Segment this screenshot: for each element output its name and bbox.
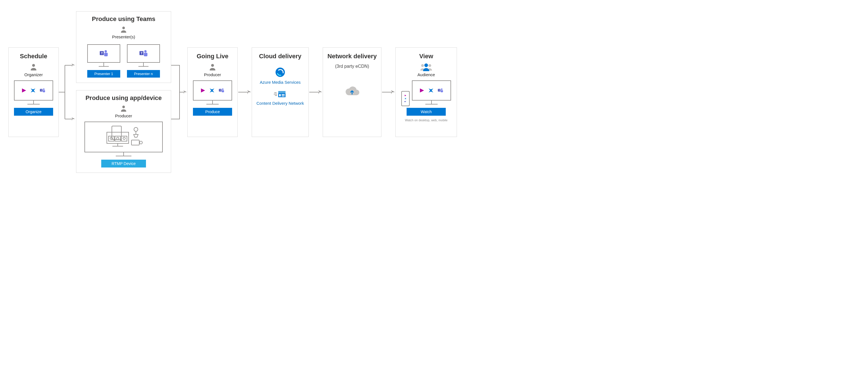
azure-media-icon	[275, 67, 286, 78]
teams-icon: T	[138, 49, 149, 58]
svg-text:T: T	[141, 52, 143, 55]
stream-icon	[200, 87, 206, 93]
svg-text:T: T	[41, 89, 42, 91]
produce-app-role: Producer	[115, 113, 132, 118]
rtmp-device-button: RTMP Device	[101, 160, 146, 167]
svg-rect-49	[405, 101, 405, 102]
stream-icon	[419, 87, 425, 93]
phone-icon	[401, 91, 410, 106]
yammer-icon	[29, 87, 37, 93]
monitor-icon: T	[87, 44, 120, 63]
monitor-icon: T	[127, 44, 160, 63]
view-title: View	[419, 53, 433, 60]
svg-point-7	[104, 50, 107, 53]
arrow-icon	[309, 89, 323, 95]
svg-rect-53	[441, 90, 443, 92]
arrow-icon	[381, 89, 395, 95]
produce-app-title: Produce using app/device	[86, 94, 162, 102]
svg-point-22	[123, 137, 125, 139]
svg-point-5	[122, 27, 125, 29]
svg-rect-43	[282, 95, 285, 96]
arrow-icon	[238, 89, 252, 95]
presenter-1: T Presenter 1	[87, 43, 120, 78]
presenter-n: T Presenter n	[127, 43, 160, 78]
cdn-icon	[274, 90, 287, 98]
stage-produce-teams: Produce using Teams Presenter(s) T Prese…	[76, 11, 171, 83]
svg-point-46	[421, 64, 424, 67]
stage-produce-app: Produce using app/device Producer	[76, 90, 171, 173]
svg-rect-15	[112, 126, 121, 139]
stage-going-live: Going Live Producer T Produce	[187, 47, 238, 137]
svg-rect-42	[282, 94, 285, 95]
view-footnote: Watch on desktop, web, mobile	[405, 118, 447, 122]
svg-text:T: T	[220, 89, 221, 91]
stage-cloud-delivery: Cloud delivery Azure Media Services Cont…	[252, 47, 309, 137]
svg-rect-41	[279, 94, 281, 96]
organize-button: Organize	[14, 108, 53, 116]
svg-point-14	[122, 106, 125, 108]
svg-rect-3	[43, 90, 45, 92]
svg-point-52	[441, 88, 443, 90]
network-subtitle: (3rd party eCDN)	[335, 64, 369, 69]
svg-rect-12	[144, 53, 147, 56]
teams-icon: T	[437, 87, 444, 93]
svg-rect-27	[131, 140, 139, 145]
svg-rect-40	[278, 91, 285, 93]
schedule-title: Schedule	[20, 53, 47, 60]
monitor-icon: T	[193, 80, 232, 101]
svg-text:T: T	[101, 52, 103, 55]
cloud-title: Cloud delivery	[259, 53, 302, 60]
devices-illustration	[85, 121, 163, 152]
svg-point-29	[211, 64, 214, 67]
audience-icon	[420, 63, 433, 71]
svg-rect-32	[222, 90, 224, 92]
produce-group: Produce using Teams Presenter(s) T Prese…	[76, 11, 171, 173]
person-icon	[120, 26, 127, 33]
person-icon	[29, 63, 38, 71]
produce-teams-title: Produce using Teams	[92, 16, 155, 23]
svg-rect-17	[108, 136, 114, 141]
stage-schedule: Schedule Organizer T Organize	[8, 47, 59, 137]
svg-point-50	[406, 101, 406, 102]
monitor-icon: T	[412, 80, 451, 101]
presenter-1-label: Presenter 1	[87, 70, 120, 78]
presenter-n-label: Presenter n	[127, 70, 160, 78]
svg-point-48	[425, 63, 428, 67]
svg-point-11	[144, 50, 147, 53]
svg-point-20	[117, 137, 119, 139]
teams-icon: T	[98, 49, 109, 58]
view-role: Audience	[417, 72, 435, 77]
golive-role: Producer	[204, 72, 221, 77]
network-title: Network delivery	[328, 53, 377, 60]
svg-point-0	[32, 64, 35, 67]
teams-icon: T	[39, 87, 46, 93]
produce-teams-role: Presenter(s)	[112, 34, 135, 39]
device-sketch-icon	[98, 124, 149, 149]
svg-point-2	[43, 88, 45, 90]
branch-in-arrows	[171, 45, 187, 140]
yammer-icon	[208, 87, 216, 93]
produce-button: Produce	[193, 108, 232, 116]
svg-rect-19	[115, 136, 121, 141]
svg-point-47	[428, 64, 431, 67]
person-icon	[208, 63, 217, 71]
person-icon	[120, 105, 127, 112]
branch-out-arrows	[59, 45, 76, 140]
monitor-icon: T	[14, 80, 53, 101]
watch-button: Watch	[407, 108, 446, 116]
svg-point-25	[134, 128, 138, 131]
cloud-upload-icon	[344, 86, 361, 98]
svg-point-31	[222, 88, 224, 90]
cdn-link[interactable]: Content Delivery Network	[256, 101, 304, 106]
schedule-role: Organizer	[24, 72, 43, 77]
live-event-diagram: Schedule Organizer T Organize Produ	[8, 11, 860, 173]
stage-network-delivery: Network delivery (3rd party eCDN)	[323, 47, 381, 137]
stage-view: View Audience T Watch	[395, 47, 457, 137]
yammer-icon	[427, 87, 435, 93]
svg-rect-21	[121, 136, 127, 141]
stream-icon	[21, 87, 27, 93]
svg-rect-8	[104, 53, 108, 56]
svg-point-28	[140, 141, 142, 144]
svg-text:T: T	[439, 89, 440, 91]
azure-media-link[interactable]: Azure Media Services	[260, 80, 301, 85]
